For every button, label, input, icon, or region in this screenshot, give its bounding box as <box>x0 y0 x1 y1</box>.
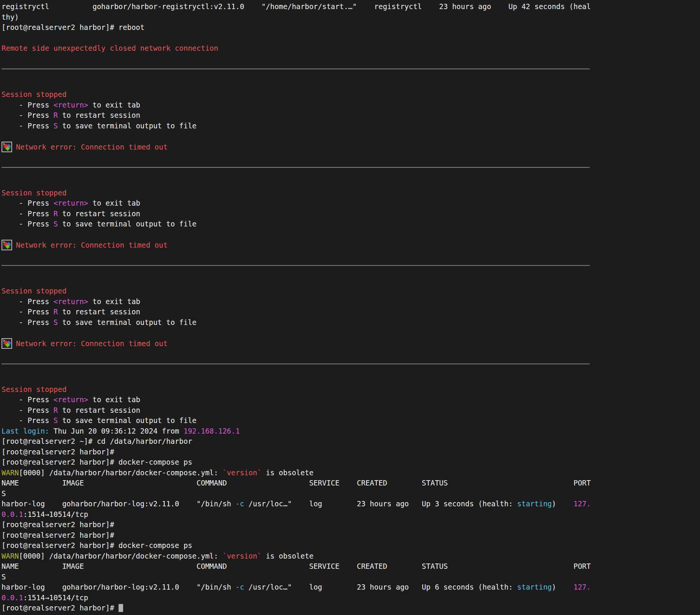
terminal-blank-line <box>2 250 700 261</box>
terminal-text-segment: - Press <box>2 297 53 306</box>
terminal-text-segment: [root@realserver2 harbor]# <box>2 448 114 456</box>
terminal-blank-line <box>2 152 700 162</box>
terminal-text-segment: R <box>53 308 58 316</box>
terminal-line: Session stopped <box>2 384 700 395</box>
terminal-line: [root@realserver2 harbor]# <box>2 603 700 613</box>
terminal-text-segment: <return> <box>53 199 88 207</box>
terminal-text-segment: NAME IMAGE COMMAND SERVICE CREATED STATU… <box>2 479 591 487</box>
terminal-blank-line <box>2 276 700 286</box>
terminal-line: [root@realserver2 harbor]# docker-compos… <box>2 457 700 468</box>
terminal-text-segment: harbor-log goharbor/harbor-log:v2.11.0 "… <box>2 499 236 508</box>
terminal-line: Remote side unexpectedly closed network … <box>2 43 700 54</box>
terminal-text-segment: to restart session <box>58 111 140 119</box>
session-separator-line <box>2 364 590 364</box>
terminal-text-segment: - Press <box>2 308 53 316</box>
terminal-blank-line <box>2 374 700 384</box>
terminal-text-segment: [root@realserver2 harbor]# reboot <box>2 23 145 31</box>
terminal-text-segment: - Press <box>2 318 53 326</box>
terminal-line: thy) <box>2 12 700 23</box>
terminal-blank-line <box>2 79 700 90</box>
terminal-line: - Press <return> to exit tab <box>2 297 700 307</box>
terminal-line: [root@realserver2 ~]# cd /data/harbor/ha… <box>2 436 700 447</box>
terminal-blank-line <box>2 229 700 240</box>
terminal-text-segment: /usr/loc…" log 23 hours ago Up 3 seconds… <box>244 499 517 508</box>
terminal-text-segment: Network error: Connection timed out <box>16 339 167 348</box>
session-separator-row <box>2 364 700 374</box>
terminal-text-segment: ) <box>552 499 573 508</box>
terminal-text-segment: R <box>53 406 58 414</box>
terminal-text-segment: :1514→10514/tcp <box>23 510 88 518</box>
terminal-line: [root@realserver2 harbor]# docker-compos… <box>2 540 700 551</box>
terminal-text-segment: to save terminal output to file <box>58 122 197 130</box>
terminal-line: - Press S to save terminal output to fil… <box>2 121 700 131</box>
terminal-text-segment: - Press <box>2 199 53 207</box>
terminal-line: - Press <return> to exit tab <box>2 100 700 111</box>
terminal-text-segment: Thu Jun 20 09:36:12 2024 from <box>49 427 184 435</box>
session-separator-row <box>2 265 700 276</box>
terminal-line: [root@realserver2 harbor]# <box>2 530 700 541</box>
terminal-line: - Press R to restart session <box>2 209 700 219</box>
terminal-text-segment: S <box>2 489 6 498</box>
terminal-text-segment: S <box>2 573 6 581</box>
terminal-text-segment: is obsolete <box>261 468 313 477</box>
terminal-text-segment: Network error: Connection timed out <box>16 241 167 249</box>
terminal-text-segment: to exit tab <box>88 395 140 404</box>
terminal-line: NAME IMAGE COMMAND SERVICE CREATED STATU… <box>2 478 700 489</box>
terminal-output[interactable]: registryctl goharbor/harbor-registryctl:… <box>0 0 700 613</box>
terminal-blank-line <box>2 328 700 338</box>
terminal-text-segment: [0000] /data/harbor/harbor/docker-compos… <box>19 552 223 560</box>
terminal-text-segment: 127. <box>573 583 591 591</box>
terminal-line: 0.0.1:1514→10514/tcp <box>2 593 700 603</box>
terminal-text-segment: Last login: <box>2 427 49 435</box>
session-separator-line <box>2 69 590 69</box>
terminal-text-segment: [root@realserver2 harbor]# <box>2 520 114 529</box>
terminal-text-segment: to exit tab <box>88 101 140 109</box>
terminal-line: Network error: Connection timed out <box>2 240 700 250</box>
terminal-line: - Press R to restart session <box>2 110 700 121</box>
terminal-line: [root@realserver2 harbor]# <box>2 447 700 457</box>
terminal-text-segment: [root@realserver2 harbor]# <box>2 531 114 539</box>
session-separator-row <box>2 69 700 79</box>
terminal-text-segment: S <box>53 220 58 228</box>
terminal-line: Network error: Connection timed out <box>2 338 700 349</box>
terminal-text-segment: <return> <box>53 395 88 404</box>
terminal-line: WARN[0000] /data/harbor/harbor/docker-co… <box>2 468 700 478</box>
terminal-text-segment: to save terminal output to file <box>58 416 197 425</box>
terminal-text-segment: Session stopped <box>2 90 67 98</box>
terminal-text-segment: -c <box>236 499 244 508</box>
terminal-text-segment: /usr/loc…" log 23 hours ago Up 6 seconds… <box>244 583 517 591</box>
terminal-line: 0.0.1:1514→10514/tcp <box>2 509 700 520</box>
terminal-text-segment: S <box>53 318 58 326</box>
terminal-app-icon <box>2 142 12 152</box>
terminal-text-segment: [root@realserver2 harbor]# <box>2 604 119 612</box>
terminal-cursor <box>119 604 123 612</box>
terminal-line: registryctl goharbor/harbor-registryctl:… <box>2 2 700 12</box>
terminal-text-segment: S <box>53 122 58 130</box>
session-separator-line <box>2 265 590 266</box>
terminal-line: WARN[0000] /data/harbor/harbor/docker-co… <box>2 551 700 562</box>
terminal-app-icon <box>2 240 12 250</box>
terminal-text-segment: NAME IMAGE COMMAND SERVICE CREATED STATU… <box>2 562 591 570</box>
terminal-text-segment: 192.168.126.1 <box>183 427 240 435</box>
terminal-text-segment: [root@realserver2 ~]# cd /data/harbor/ha… <box>2 437 192 445</box>
terminal-text-segment: Session stopped <box>2 385 67 393</box>
terminal-text-segment: [root@realserver2 harbor]# docker-compos… <box>2 541 192 549</box>
terminal-text-segment: - Press <box>2 122 53 130</box>
terminal-blank-line <box>2 54 700 64</box>
terminal-line: S <box>2 489 700 499</box>
terminal-line: Session stopped <box>2 89 700 100</box>
terminal-line: Network error: Connection timed out <box>2 142 700 152</box>
terminal-line: Session stopped <box>2 286 700 297</box>
terminal-blank-line <box>2 33 700 44</box>
terminal-text-segment: <return> <box>53 101 88 109</box>
terminal-text-segment: starting <box>517 499 552 508</box>
terminal-text-segment: - Press <box>2 101 53 109</box>
terminal-line: - Press <return> to exit tab <box>2 395 700 405</box>
terminal-text-segment: R <box>53 111 58 119</box>
terminal-text-segment: WARN <box>2 468 19 477</box>
terminal-line: - Press S to save terminal output to fil… <box>2 415 700 426</box>
terminal-text-segment: thy) <box>2 13 19 21</box>
terminal-line: Session stopped <box>2 188 700 198</box>
terminal-text-segment: to restart session <box>58 406 140 414</box>
terminal-blank-line <box>2 131 700 142</box>
